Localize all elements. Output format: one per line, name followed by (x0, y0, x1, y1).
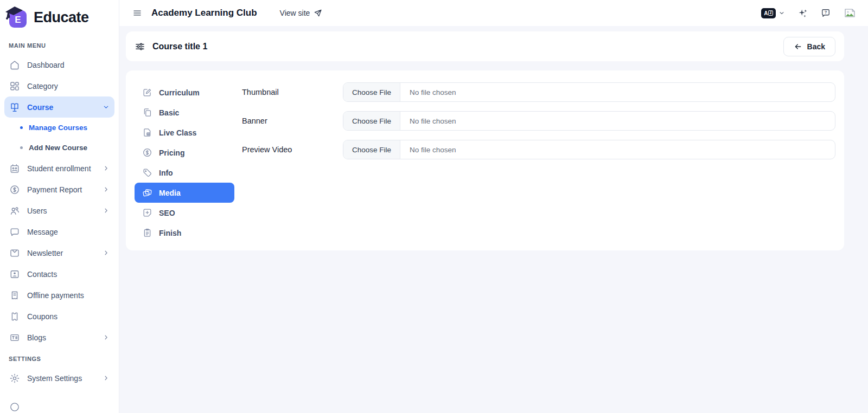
educate-logo-icon: E (4, 5, 29, 30)
sidebar-item-label: Users (27, 206, 47, 215)
tab-live-class[interactable]: Live Class (135, 122, 234, 143)
preview-video-file-input[interactable]: Choose File No file chosen (343, 140, 835, 159)
sidebar-item-contacts[interactable]: Contacts (4, 263, 114, 285)
home-icon (9, 60, 20, 70)
tab-info[interactable]: Info (135, 163, 234, 183)
sidebar-item-offline-payments[interactable]: Offline payments (4, 285, 114, 306)
bullet-icon (20, 146, 23, 149)
main-area: Academy Learning Club View site AZ ? Cou… (119, 0, 868, 413)
tab-finish[interactable]: Finish (135, 223, 234, 243)
sidebar-subitem-add-new-course[interactable]: Add New Course (4, 138, 114, 158)
sidebar-item-label: Message (27, 228, 58, 236)
main-menu-label: MAIN MENU (9, 42, 110, 49)
course-book-icon (9, 102, 20, 113)
page-title: Course title 1 (152, 42, 207, 51)
sidebar-item-label: Course (27, 103, 53, 112)
dollar-circle-icon (142, 147, 152, 158)
sidebar-subitem-label: Manage Courses (29, 124, 87, 132)
field-label: Thumbnail (242, 88, 343, 96)
blog-icon (9, 332, 20, 343)
users-icon (9, 205, 20, 216)
tab-label: SEO (159, 209, 175, 217)
file-play-icon (142, 127, 152, 138)
copy-icon (142, 107, 152, 118)
tab-media[interactable]: Media (135, 183, 234, 203)
coupon-ticket-icon (9, 311, 20, 322)
sidebar-subitem-label: Add New Course (29, 144, 87, 152)
circle-icon (9, 402, 20, 412)
sidebar-subitem-manage-courses[interactable]: Manage Courses (4, 118, 114, 138)
sliders-icon (135, 41, 145, 52)
svg-text:E: E (15, 15, 21, 25)
plus-square-icon (142, 208, 152, 218)
bullet-icon (20, 126, 23, 129)
dollar-circle-icon (9, 184, 20, 195)
view-site-link[interactable]: View site (280, 9, 323, 17)
sidebar-item-course[interactable]: Course (4, 96, 114, 118)
sidebar-item-student-enrollment[interactable]: Student enrollment (4, 158, 114, 179)
sidebar-item-label: Dashboard (27, 61, 65, 69)
choose-file-button[interactable]: Choose File (343, 140, 400, 159)
tab-label: Finish (159, 229, 181, 237)
chevron-right-icon (103, 249, 110, 256)
tag-icon (142, 167, 152, 178)
sidebar-item-label: Blogs (27, 333, 46, 342)
sidebar-item-label: Offline payments (27, 291, 84, 300)
hamburger-menu-icon[interactable] (132, 8, 142, 18)
send-icon (314, 9, 322, 17)
help-chat-icon[interactable]: ? (820, 8, 831, 18)
sidebar-item-dashboard[interactable]: Dashboard (4, 54, 114, 75)
chevron-down-icon (778, 10, 785, 16)
field-label: Preview Video (242, 145, 343, 154)
sidebar-item-category[interactable]: Category (4, 75, 114, 96)
view-site-label: View site (280, 9, 310, 17)
sidebar-item-label: System Settings (27, 374, 82, 383)
tab-label: Basic (159, 108, 179, 117)
chevron-right-icon (103, 375, 110, 382)
tab-label: Info (159, 169, 173, 177)
sidebar-item-label: Payment Report (27, 185, 82, 194)
sidebar-item-users[interactable]: Users (4, 200, 114, 221)
sidebar-item-message[interactable]: Message (4, 221, 114, 242)
chevron-right-icon (103, 165, 110, 172)
back-button[interactable]: Back (783, 37, 835, 56)
sidebar-item-label: Newsletter (27, 249, 63, 257)
sidebar-item-label: Category (27, 82, 58, 91)
translate-icon: AZ (761, 8, 776, 18)
form-row-preview-video: Preview Video Choose File No file chosen (242, 140, 835, 159)
sidebar-item-blogs[interactable]: Blogs (4, 327, 114, 348)
student-enrollment-icon (9, 163, 20, 174)
file-status-text: No file chosen (400, 117, 465, 125)
receipt-icon (9, 290, 20, 301)
site-title: Academy Learning Club (151, 8, 257, 18)
tab-pricing[interactable]: Pricing (135, 143, 234, 163)
media-form: Thumbnail Choose File No file chosen Ban… (242, 82, 835, 238)
language-selector[interactable]: AZ (761, 8, 785, 18)
form-row-thumbnail: Thumbnail Choose File No file chosen (242, 82, 835, 102)
banner-file-input[interactable]: Choose File No file chosen (343, 111, 835, 131)
clipboard-icon (142, 228, 152, 238)
tab-basic[interactable]: Basic (135, 102, 234, 122)
sidebar-item-coupons[interactable]: Coupons (4, 306, 114, 327)
gear-icon (9, 373, 20, 384)
message-icon (9, 227, 20, 237)
tab-seo[interactable]: SEO (135, 203, 234, 223)
sidebar-item-partial[interactable] (4, 396, 114, 413)
tab-label: Media (159, 189, 181, 197)
choose-file-button[interactable]: Choose File (343, 83, 400, 101)
topbar-actions: AZ ? (761, 6, 857, 20)
sidebar-item-newsletter[interactable]: Newsletter (4, 242, 114, 263)
file-status-text: No file chosen (400, 146, 465, 154)
sidebar-item-payment-report[interactable]: Payment Report (4, 179, 114, 200)
sidebar-item-system-settings[interactable]: System Settings (4, 367, 114, 389)
thumbnail-file-input[interactable]: Choose File No file chosen (343, 82, 835, 102)
tab-label: Pricing (159, 149, 184, 157)
avatar-broken-image-icon[interactable] (843, 6, 857, 20)
tab-curriculum[interactable]: Curriculum (135, 82, 234, 102)
form-row-banner: Banner Choose File No file chosen (242, 111, 835, 131)
choose-file-button[interactable]: Choose File (343, 112, 400, 130)
brand-logo[interactable]: E Educate (0, 0, 119, 35)
sparkles-icon[interactable] (797, 8, 808, 19)
settings-menu: System Settings (0, 367, 119, 413)
tab-label: Curriculum (159, 88, 200, 97)
